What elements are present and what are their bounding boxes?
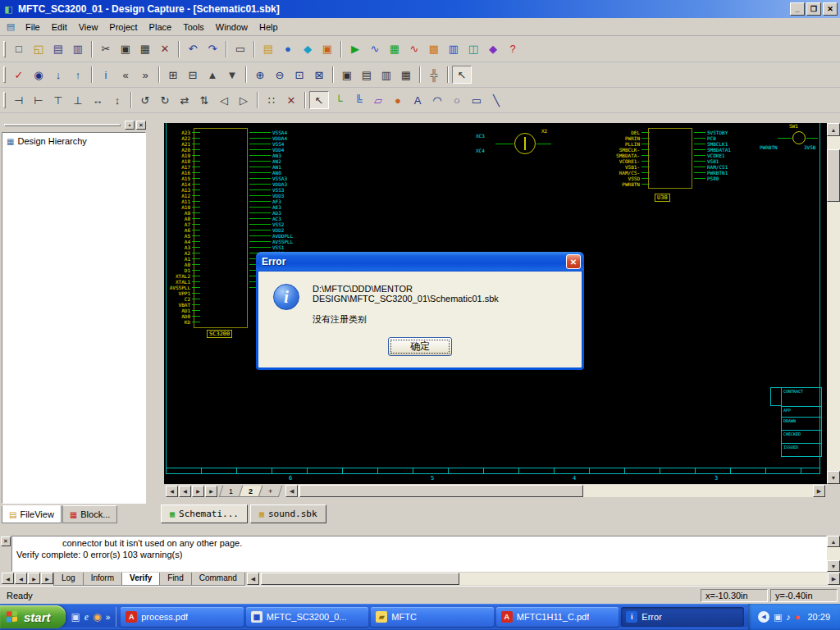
violet-tool-button[interactable]: ◆ [483, 40, 503, 58]
add-wire-button[interactable]: └ [329, 91, 349, 109]
output-vertical-scrollbar[interactable]: ▲ ▼ [827, 536, 840, 572]
save-button[interactable]: ▤ [48, 40, 68, 58]
scrollbar-thumb[interactable] [827, 149, 840, 202]
canvas-vertical-scrollbar[interactable]: ▲ ▼ [827, 123, 840, 484]
first-page-button[interactable]: ◀ [166, 486, 178, 497]
arrange-windows-button[interactable]: ▦ [396, 66, 416, 84]
scrollbar-track[interactable] [827, 547, 840, 560]
zoom-out-button[interactable]: ⊖ [270, 66, 290, 84]
output-messages[interactable]: connector but it isn't used on any other… [11, 536, 827, 572]
rotate-cw-button[interactable]: ↻ [155, 91, 175, 109]
next-marker-button[interactable]: ↓ [48, 66, 68, 84]
archive-button[interactable]: ▣ [317, 40, 337, 58]
panel-grip[interactable] [4, 124, 121, 126]
start-button[interactable]: start [0, 605, 66, 628]
zoom-area-button[interactable]: ⊡ [290, 66, 309, 84]
output-tab-find[interactable]: Find [159, 573, 191, 586]
menu-view[interactable]: View [73, 20, 104, 34]
redo-button[interactable]: ↷ [203, 40, 222, 58]
document-icon[interactable]: ▤ [4, 21, 17, 32]
antivirus-icon[interactable]: ● [795, 612, 801, 622]
globe-button[interactable]: ● [278, 40, 298, 58]
scroll-up-button[interactable]: ▲ [827, 123, 840, 136]
dialog-close-button[interactable]: ✕ [566, 254, 581, 269]
select-tool-button[interactable]: ↖ [309, 91, 329, 109]
menu-tools[interactable]: Tools [177, 20, 210, 34]
new-button[interactable]: □ [9, 40, 29, 58]
scroll-up-button[interactable]: ▲ [827, 536, 840, 547]
save-all-button[interactable]: ▥ [68, 40, 88, 58]
last-tab-button[interactable]: ▶ [41, 573, 53, 584]
output-horizontal-scrollbar[interactable]: ◀ ▶ [247, 573, 840, 585]
hide-icons-button[interactable]: ◀ [758, 611, 769, 623]
menu-place[interactable]: Place [144, 20, 178, 34]
draw-rectangle-button[interactable]: ▭ [467, 91, 486, 109]
cols-blue-button[interactable]: ▥ [444, 40, 463, 58]
pin-array-button[interactable]: ∷ [262, 91, 281, 109]
add-bus-button[interactable]: ╚ [349, 91, 368, 109]
disconnect-button[interactable]: ✕ [281, 91, 301, 109]
sim-run-button[interactable]: ▶ [345, 40, 365, 58]
output-tab-command[interactable]: Command [191, 573, 245, 586]
output-tab-log[interactable]: Log [53, 573, 84, 586]
library-button[interactable]: ▤ [258, 40, 278, 58]
menu-file[interactable]: File [20, 20, 46, 34]
toggle-grid-button[interactable]: ╬ [424, 66, 444, 84]
tree-item-design-hierarchy[interactable]: ▦ Design Hierarchy [5, 135, 143, 147]
add-text-button[interactable]: A [408, 91, 427, 109]
taskbar-button[interactable]: AMFTC1H11_C.pdf [496, 607, 619, 627]
scroll-right-button[interactable]: ▶ [828, 573, 840, 585]
align-left-button[interactable]: ⊣ [9, 91, 29, 109]
show-desktop-icon[interactable]: ▣ [71, 611, 80, 623]
align-top-button[interactable]: ⊤ [48, 91, 68, 109]
document-tab[interactable]: ▦Schemati... [161, 504, 248, 523]
add-part-button[interactable]: ▱ [368, 91, 388, 109]
next-tab-button[interactable]: ▶ [28, 573, 40, 584]
add-port-button[interactable]: ● [388, 91, 408, 109]
taskbar-button[interactable]: ▰MFTC [371, 607, 494, 627]
zoom-in-button[interactable]: ⊕ [250, 66, 270, 84]
panel-close-button[interactable]: ✕ [136, 121, 146, 130]
paste-button[interactable]: ▦ [135, 40, 155, 58]
zoom-full-button[interactable]: ⊠ [309, 66, 329, 84]
rotate-ccw-button[interactable]: ↺ [135, 91, 155, 109]
select-mode-button[interactable]: ↖ [452, 66, 472, 84]
scrollbar-thumb[interactable] [261, 573, 460, 585]
scroll-down-button[interactable]: ▼ [827, 471, 840, 484]
next-sheet-button[interactable]: » [135, 66, 155, 84]
ecad-button[interactable]: ◆ [298, 40, 317, 58]
minimize-button[interactable]: _ [790, 2, 805, 16]
scrollbar-track[interactable] [259, 573, 828, 585]
power-ic-body[interactable] [648, 128, 692, 189]
push-hierarchy-button[interactable]: ⊞ [163, 66, 183, 84]
print-button[interactable]: ▭ [231, 40, 250, 58]
grid-green-button[interactable]: ▦ [385, 40, 404, 58]
panel-header[interactable]: ▪ ✕ [2, 120, 146, 130]
align-right-button[interactable]: ⊢ [29, 91, 48, 109]
menu-edit[interactable]: Edit [46, 20, 73, 34]
copy-button[interactable]: ▣ [116, 40, 135, 58]
mirror-horizontal-button[interactable]: ⇄ [175, 91, 194, 109]
document-tab[interactable]: ▦sound.sbk [250, 504, 326, 523]
draw-circle-button[interactable]: ○ [447, 91, 467, 109]
pop-hierarchy-button[interactable]: ⊟ [183, 66, 203, 84]
power-ic-refdes[interactable]: U30 [655, 194, 670, 202]
output-close-button[interactable]: ✕ [1, 536, 11, 546]
prev-tab-button[interactable]: ◀ [15, 573, 27, 584]
close-button[interactable]: ✕ [823, 2, 838, 16]
undo-button[interactable]: ↶ [183, 40, 203, 58]
draw-line-button[interactable]: ╲ [486, 91, 506, 109]
switch-symbol[interactable] [792, 131, 806, 144]
taskbar-button[interactable]: iError [621, 607, 744, 627]
flip-right-button[interactable]: ▷ [234, 91, 253, 109]
delete-button[interactable]: ✕ [155, 40, 175, 58]
window-titlebar[interactable]: ◧ MFTC_SC3200_01 - Design Capture - [Sch… [0, 0, 840, 18]
taskbar-button[interactable]: ▦MFTC_SC3200_0... [246, 607, 369, 627]
ascend-button[interactable]: ▲ [203, 66, 222, 84]
descend-button[interactable]: ▼ [222, 66, 242, 84]
scheduler-icon[interactable]: ▣ [774, 612, 782, 623]
scroll-left-button[interactable]: ◀ [285, 485, 298, 497]
tab-fileview[interactable]: ▤ FileView [2, 505, 62, 523]
panel-menu-button[interactable]: ▪ [125, 121, 135, 130]
last-page-button[interactable]: ▶ [205, 486, 217, 497]
